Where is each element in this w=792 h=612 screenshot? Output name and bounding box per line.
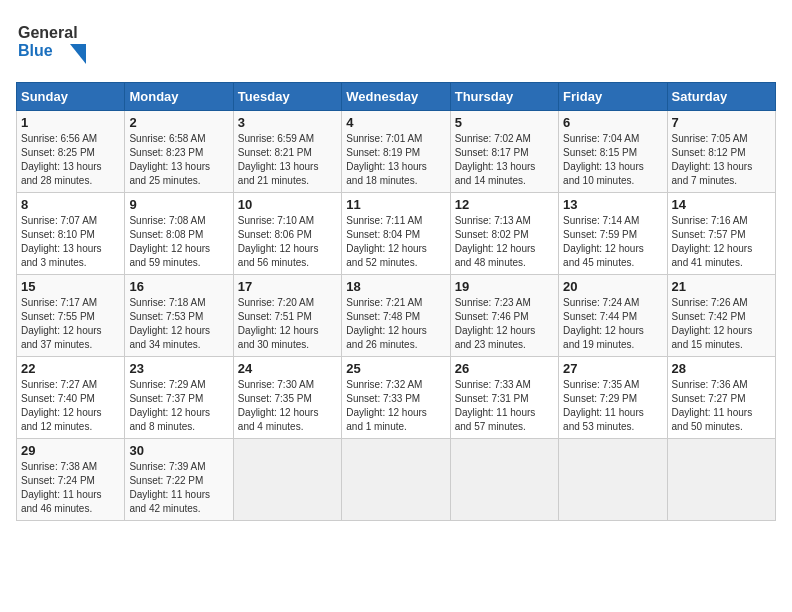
weekday-header-thursday: Thursday bbox=[450, 83, 558, 111]
day-number: 20 bbox=[563, 279, 662, 294]
calendar-cell: 21 Sunrise: 7:26 AM Sunset: 7:42 PM Dayl… bbox=[667, 275, 775, 357]
day-number: 12 bbox=[455, 197, 554, 212]
calendar-cell: 5 Sunrise: 7:02 AM Sunset: 8:17 PM Dayli… bbox=[450, 111, 558, 193]
day-number: 23 bbox=[129, 361, 228, 376]
calendar-cell: 11 Sunrise: 7:11 AM Sunset: 8:04 PM Dayl… bbox=[342, 193, 450, 275]
calendar-cell: 13 Sunrise: 7:14 AM Sunset: 7:59 PM Dayl… bbox=[559, 193, 667, 275]
day-number: 25 bbox=[346, 361, 445, 376]
day-number: 8 bbox=[21, 197, 120, 212]
day-number: 15 bbox=[21, 279, 120, 294]
calendar-cell: 29 Sunrise: 7:38 AM Sunset: 7:24 PM Dayl… bbox=[17, 439, 125, 521]
day-number: 13 bbox=[563, 197, 662, 212]
day-info: Sunrise: 7:01 AM Sunset: 8:19 PM Dayligh… bbox=[346, 132, 445, 188]
calendar-week-3: 15 Sunrise: 7:17 AM Sunset: 7:55 PM Dayl… bbox=[17, 275, 776, 357]
calendar-header-row: SundayMondayTuesdayWednesdayThursdayFrid… bbox=[17, 83, 776, 111]
day-info: Sunrise: 7:38 AM Sunset: 7:24 PM Dayligh… bbox=[21, 460, 120, 516]
calendar-cell: 17 Sunrise: 7:20 AM Sunset: 7:51 PM Dayl… bbox=[233, 275, 341, 357]
svg-marker-2 bbox=[70, 44, 86, 64]
calendar-cell: 7 Sunrise: 7:05 AM Sunset: 8:12 PM Dayli… bbox=[667, 111, 775, 193]
calendar-cell: 23 Sunrise: 7:29 AM Sunset: 7:37 PM Dayl… bbox=[125, 357, 233, 439]
day-number: 26 bbox=[455, 361, 554, 376]
calendar-cell bbox=[342, 439, 450, 521]
day-number: 6 bbox=[563, 115, 662, 130]
calendar-week-5: 29 Sunrise: 7:38 AM Sunset: 7:24 PM Dayl… bbox=[17, 439, 776, 521]
weekday-header-monday: Monday bbox=[125, 83, 233, 111]
calendar-cell: 27 Sunrise: 7:35 AM Sunset: 7:29 PM Dayl… bbox=[559, 357, 667, 439]
calendar-cell bbox=[450, 439, 558, 521]
calendar-week-4: 22 Sunrise: 7:27 AM Sunset: 7:40 PM Dayl… bbox=[17, 357, 776, 439]
day-info: Sunrise: 7:18 AM Sunset: 7:53 PM Dayligh… bbox=[129, 296, 228, 352]
day-info: Sunrise: 7:02 AM Sunset: 8:17 PM Dayligh… bbox=[455, 132, 554, 188]
day-info: Sunrise: 7:30 AM Sunset: 7:35 PM Dayligh… bbox=[238, 378, 337, 434]
day-info: Sunrise: 7:24 AM Sunset: 7:44 PM Dayligh… bbox=[563, 296, 662, 352]
day-info: Sunrise: 7:05 AM Sunset: 8:12 PM Dayligh… bbox=[672, 132, 771, 188]
day-number: 1 bbox=[21, 115, 120, 130]
logo-icon: General Blue bbox=[16, 16, 96, 66]
weekday-header-saturday: Saturday bbox=[667, 83, 775, 111]
calendar-cell: 25 Sunrise: 7:32 AM Sunset: 7:33 PM Dayl… bbox=[342, 357, 450, 439]
calendar-cell: 20 Sunrise: 7:24 AM Sunset: 7:44 PM Dayl… bbox=[559, 275, 667, 357]
day-number: 24 bbox=[238, 361, 337, 376]
calendar-cell: 28 Sunrise: 7:36 AM Sunset: 7:27 PM Dayl… bbox=[667, 357, 775, 439]
calendar-cell: 8 Sunrise: 7:07 AM Sunset: 8:10 PM Dayli… bbox=[17, 193, 125, 275]
day-number: 27 bbox=[563, 361, 662, 376]
calendar-cell: 26 Sunrise: 7:33 AM Sunset: 7:31 PM Dayl… bbox=[450, 357, 558, 439]
day-number: 4 bbox=[346, 115, 445, 130]
day-info: Sunrise: 7:35 AM Sunset: 7:29 PM Dayligh… bbox=[563, 378, 662, 434]
day-number: 30 bbox=[129, 443, 228, 458]
day-info: Sunrise: 6:58 AM Sunset: 8:23 PM Dayligh… bbox=[129, 132, 228, 188]
calendar-table: SundayMondayTuesdayWednesdayThursdayFrid… bbox=[16, 82, 776, 521]
calendar-cell: 16 Sunrise: 7:18 AM Sunset: 7:53 PM Dayl… bbox=[125, 275, 233, 357]
svg-text:General: General bbox=[18, 24, 78, 41]
calendar-cell: 4 Sunrise: 7:01 AM Sunset: 8:19 PM Dayli… bbox=[342, 111, 450, 193]
day-number: 21 bbox=[672, 279, 771, 294]
calendar-cell: 1 Sunrise: 6:56 AM Sunset: 8:25 PM Dayli… bbox=[17, 111, 125, 193]
calendar-week-1: 1 Sunrise: 6:56 AM Sunset: 8:25 PM Dayli… bbox=[17, 111, 776, 193]
day-number: 16 bbox=[129, 279, 228, 294]
day-number: 14 bbox=[672, 197, 771, 212]
day-info: Sunrise: 7:23 AM Sunset: 7:46 PM Dayligh… bbox=[455, 296, 554, 352]
calendar-cell: 18 Sunrise: 7:21 AM Sunset: 7:48 PM Dayl… bbox=[342, 275, 450, 357]
day-number: 7 bbox=[672, 115, 771, 130]
day-number: 3 bbox=[238, 115, 337, 130]
calendar-cell: 2 Sunrise: 6:58 AM Sunset: 8:23 PM Dayli… bbox=[125, 111, 233, 193]
day-number: 29 bbox=[21, 443, 120, 458]
day-info: Sunrise: 6:56 AM Sunset: 8:25 PM Dayligh… bbox=[21, 132, 120, 188]
day-number: 18 bbox=[346, 279, 445, 294]
calendar-cell: 15 Sunrise: 7:17 AM Sunset: 7:55 PM Dayl… bbox=[17, 275, 125, 357]
day-number: 5 bbox=[455, 115, 554, 130]
day-info: Sunrise: 7:32 AM Sunset: 7:33 PM Dayligh… bbox=[346, 378, 445, 434]
day-info: Sunrise: 7:08 AM Sunset: 8:08 PM Dayligh… bbox=[129, 214, 228, 270]
weekday-header-tuesday: Tuesday bbox=[233, 83, 341, 111]
day-info: Sunrise: 7:04 AM Sunset: 8:15 PM Dayligh… bbox=[563, 132, 662, 188]
calendar-cell: 6 Sunrise: 7:04 AM Sunset: 8:15 PM Dayli… bbox=[559, 111, 667, 193]
day-info: Sunrise: 7:36 AM Sunset: 7:27 PM Dayligh… bbox=[672, 378, 771, 434]
calendar-week-2: 8 Sunrise: 7:07 AM Sunset: 8:10 PM Dayli… bbox=[17, 193, 776, 275]
day-info: Sunrise: 7:11 AM Sunset: 8:04 PM Dayligh… bbox=[346, 214, 445, 270]
calendar-cell: 10 Sunrise: 7:10 AM Sunset: 8:06 PM Dayl… bbox=[233, 193, 341, 275]
calendar-cell: 30 Sunrise: 7:39 AM Sunset: 7:22 PM Dayl… bbox=[125, 439, 233, 521]
day-info: Sunrise: 7:26 AM Sunset: 7:42 PM Dayligh… bbox=[672, 296, 771, 352]
day-info: Sunrise: 7:20 AM Sunset: 7:51 PM Dayligh… bbox=[238, 296, 337, 352]
day-number: 19 bbox=[455, 279, 554, 294]
svg-text:Blue: Blue bbox=[18, 42, 53, 59]
calendar-cell bbox=[667, 439, 775, 521]
page-header: General Blue bbox=[16, 16, 776, 70]
day-info: Sunrise: 7:14 AM Sunset: 7:59 PM Dayligh… bbox=[563, 214, 662, 270]
weekday-header-sunday: Sunday bbox=[17, 83, 125, 111]
calendar-cell: 19 Sunrise: 7:23 AM Sunset: 7:46 PM Dayl… bbox=[450, 275, 558, 357]
weekday-header-wednesday: Wednesday bbox=[342, 83, 450, 111]
calendar-cell bbox=[559, 439, 667, 521]
calendar-cell: 3 Sunrise: 6:59 AM Sunset: 8:21 PM Dayli… bbox=[233, 111, 341, 193]
day-info: Sunrise: 7:39 AM Sunset: 7:22 PM Dayligh… bbox=[129, 460, 228, 516]
calendar-cell: 9 Sunrise: 7:08 AM Sunset: 8:08 PM Dayli… bbox=[125, 193, 233, 275]
day-info: Sunrise: 6:59 AM Sunset: 8:21 PM Dayligh… bbox=[238, 132, 337, 188]
day-info: Sunrise: 7:29 AM Sunset: 7:37 PM Dayligh… bbox=[129, 378, 228, 434]
day-number: 2 bbox=[129, 115, 228, 130]
calendar-cell bbox=[233, 439, 341, 521]
day-info: Sunrise: 7:27 AM Sunset: 7:40 PM Dayligh… bbox=[21, 378, 120, 434]
day-number: 10 bbox=[238, 197, 337, 212]
day-info: Sunrise: 7:10 AM Sunset: 8:06 PM Dayligh… bbox=[238, 214, 337, 270]
day-info: Sunrise: 7:17 AM Sunset: 7:55 PM Dayligh… bbox=[21, 296, 120, 352]
weekday-header-friday: Friday bbox=[559, 83, 667, 111]
